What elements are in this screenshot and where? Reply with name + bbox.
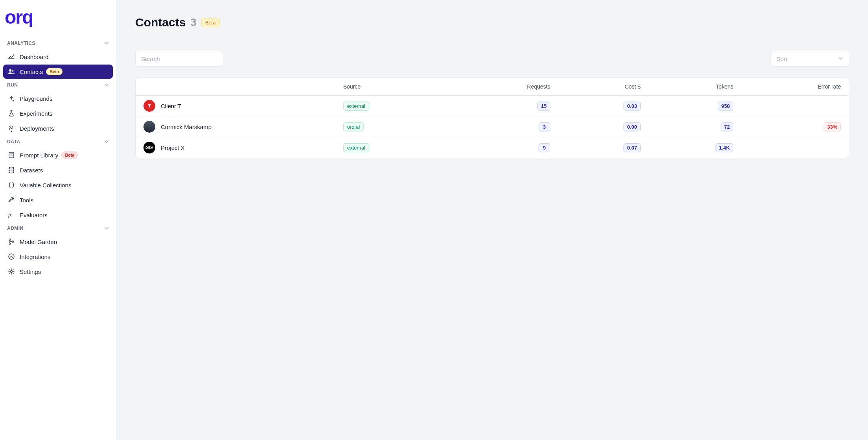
users-icon bbox=[8, 68, 15, 75]
chevron-down-icon bbox=[104, 226, 109, 231]
table-row[interactable]: DEVProject Xexternal90.071.4K bbox=[136, 137, 849, 158]
chevron-down-icon bbox=[104, 83, 109, 87]
beta-badge: Beta bbox=[201, 18, 220, 27]
sidebar-item-datasets[interactable]: Datasets bbox=[3, 163, 113, 177]
section-header-run[interactable]: RUN bbox=[3, 79, 113, 91]
sidebar-item-prompt-library[interactable]: Prompt Library Beta bbox=[3, 148, 113, 162]
col-cost: Cost $ bbox=[558, 78, 649, 96]
col-tokens: Tokens bbox=[649, 78, 741, 96]
sidebar-item-variable-collections[interactable]: Variable Collections bbox=[3, 178, 113, 192]
search-input[interactable] bbox=[135, 51, 223, 67]
section-label: ADMIN bbox=[7, 226, 24, 231]
section-label: ANALYTICS bbox=[7, 41, 35, 46]
beta-badge: Beta bbox=[46, 68, 63, 75]
sidebar-item-label: Contacts bbox=[20, 68, 43, 75]
sidebar-item-label: Settings bbox=[20, 268, 41, 275]
sidebar-item-experiments[interactable]: Experiments bbox=[3, 106, 113, 120]
source-badge: external bbox=[343, 102, 369, 111]
cost-badge: 0.00 bbox=[623, 122, 640, 131]
cost-badge: 0.07 bbox=[623, 143, 640, 152]
sidebar-item-label: Variable Collections bbox=[20, 182, 71, 189]
table-header-row: Source Requests Cost $ Tokens Error rate bbox=[136, 78, 849, 96]
sidebar-item-tools[interactable]: Tools bbox=[3, 193, 113, 207]
svg-point-10 bbox=[11, 271, 13, 273]
tokens-badge: 958 bbox=[718, 102, 734, 111]
svg-point-7 bbox=[9, 243, 11, 244]
svg-text:fx: fx bbox=[8, 212, 12, 218]
sort-placeholder: Sort bbox=[776, 55, 787, 62]
section-label: DATA bbox=[7, 139, 20, 144]
wrench-icon bbox=[8, 196, 15, 203]
contacts-table: Source Requests Cost $ Tokens Error rate… bbox=[135, 78, 849, 158]
sidebar-item-settings[interactable]: Settings bbox=[3, 264, 113, 279]
sidebar-item-label: Playgrounds bbox=[20, 95, 52, 102]
contact-name: Cormick Marskamp bbox=[161, 124, 211, 130]
sparkles-icon bbox=[8, 95, 15, 102]
brand-logo[interactable]: orq bbox=[5, 7, 113, 28]
sidebar-item-label: Evaluators bbox=[20, 212, 48, 218]
sidebar-item-deployments[interactable]: Deployments bbox=[3, 121, 113, 135]
chevron-down-icon bbox=[104, 41, 109, 46]
avatar: DEV bbox=[143, 142, 155, 153]
sidebar-item-model-garden[interactable]: Model Garden bbox=[3, 235, 113, 249]
table-row[interactable]: TClient Texternal150.03958 bbox=[136, 96, 849, 116]
svg-text:orq: orq bbox=[5, 7, 33, 27]
col-error-rate: Error rate bbox=[741, 78, 849, 96]
database-icon bbox=[8, 166, 15, 174]
book-icon bbox=[8, 152, 15, 159]
sidebar-item-evaluators[interactable]: fx Evaluators bbox=[3, 208, 113, 222]
sidebar-item-label: Deployments bbox=[20, 125, 54, 132]
avatar bbox=[143, 121, 155, 133]
brackets-icon bbox=[8, 181, 15, 189]
source-badge: external bbox=[343, 143, 369, 152]
sidebar-item-label: Integrations bbox=[20, 253, 50, 260]
plug-icon bbox=[8, 253, 15, 260]
chevron-down-icon bbox=[839, 55, 843, 62]
svg-point-8 bbox=[12, 241, 14, 242]
page-title: Contacts bbox=[135, 16, 186, 29]
table-row[interactable]: Cormick Marskamporq.ai30.007233% bbox=[136, 116, 849, 137]
col-requests: Requests bbox=[451, 78, 558, 96]
tokens-badge: 72 bbox=[721, 122, 733, 131]
branch-icon bbox=[8, 238, 15, 245]
tokens-badge: 1.4K bbox=[715, 143, 733, 152]
gear-icon bbox=[8, 268, 15, 275]
error-rate-badge: 33% bbox=[824, 122, 841, 131]
svg-point-4 bbox=[9, 167, 14, 169]
rocket-icon bbox=[8, 125, 15, 132]
divider bbox=[135, 41, 849, 41]
page-count: 3 bbox=[190, 16, 197, 29]
main-content: Contacts 3 Beta Sort Source bbox=[116, 0, 868, 440]
sidebar-item-integrations[interactable]: Integrations bbox=[3, 250, 113, 264]
sidebar-item-label: Tools bbox=[20, 197, 33, 203]
chevron-down-icon bbox=[104, 139, 109, 144]
sidebar-item-label: Model Garden bbox=[20, 238, 57, 245]
sidebar-item-contacts[interactable]: Contacts Beta bbox=[3, 65, 113, 79]
flask-icon bbox=[8, 110, 15, 117]
section-header-admin[interactable]: ADMIN bbox=[3, 222, 113, 234]
sidebar-item-label: Datasets bbox=[20, 167, 43, 174]
sidebar-item-label: Experiments bbox=[20, 110, 52, 117]
section-header-data[interactable]: DATA bbox=[3, 136, 113, 148]
section-header-analytics[interactable]: ANALYTICS bbox=[3, 37, 113, 49]
requests-badge: 3 bbox=[539, 122, 550, 131]
sidebar-item-label: Prompt Library bbox=[20, 152, 58, 159]
source-badge: orq.ai bbox=[343, 122, 364, 131]
sort-select[interactable]: Sort bbox=[771, 51, 849, 67]
col-source: Source bbox=[335, 78, 451, 96]
sidebar-item-label: Dashboard bbox=[20, 54, 48, 60]
contact-name: Client T bbox=[161, 103, 181, 109]
svg-point-6 bbox=[9, 239, 11, 240]
sidebar: orq ANALYTICS Dashboard Contacts Beta RU… bbox=[0, 0, 116, 440]
svg-point-1 bbox=[9, 69, 11, 72]
col-name bbox=[136, 78, 335, 96]
requests-badge: 9 bbox=[539, 143, 550, 152]
controls-row: Sort bbox=[116, 51, 868, 67]
svg-point-2 bbox=[12, 70, 14, 72]
page-header: Contacts 3 Beta bbox=[116, 16, 868, 29]
sidebar-item-playgrounds[interactable]: Playgrounds bbox=[3, 91, 113, 105]
contact-name: Project X bbox=[161, 144, 185, 151]
sidebar-item-dashboard[interactable]: Dashboard bbox=[3, 50, 113, 64]
cost-badge: 0.03 bbox=[623, 102, 640, 111]
section-label: RUN bbox=[7, 82, 18, 88]
